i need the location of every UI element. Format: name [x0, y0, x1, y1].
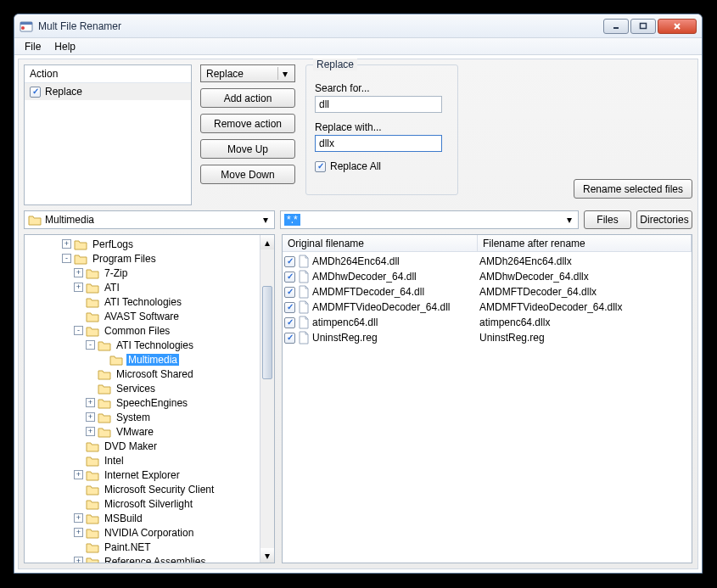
- close-button[interactable]: [658, 19, 697, 34]
- expander-icon: [74, 297, 83, 306]
- tree-item[interactable]: Multimedia: [26, 352, 274, 367]
- scroll-up-icon[interactable]: ▴: [260, 235, 274, 249]
- replace-with-label: Replace with...: [315, 121, 449, 133]
- files-button[interactable]: Files: [584, 210, 631, 229]
- action-type-combo[interactable]: Replace ▾: [200, 64, 295, 82]
- expander-icon[interactable]: +: [74, 283, 83, 292]
- menu-file[interactable]: File: [18, 39, 48, 54]
- file-row[interactable]: AMDMFTDecoder_64.dllAMDMFTDecoder_64.dll…: [284, 284, 690, 300]
- file-checkbox[interactable]: [284, 333, 295, 344]
- file-row[interactable]: AMDhwDecoder_64.dllAMDhwDecoder_64.dllx: [284, 269, 690, 284]
- expander-icon[interactable]: +: [74, 513, 83, 523]
- tree-path-combo[interactable]: Multimedia ▾: [24, 210, 275, 229]
- tree-item[interactable]: -Common Files: [26, 323, 274, 338]
- tree-item[interactable]: +PerfLogs: [26, 237, 274, 251]
- folder-icon: [86, 541, 99, 553]
- tree-label: MSBuild: [103, 512, 144, 524]
- expander-icon[interactable]: +: [74, 470, 83, 479]
- minimize-button[interactable]: [603, 19, 629, 34]
- tree-item[interactable]: AVAST Software: [26, 309, 274, 323]
- file-checkbox[interactable]: [284, 287, 295, 298]
- folder-icon: [98, 383, 111, 395]
- move-down-button[interactable]: Move Down: [200, 165, 295, 184]
- file-checkbox[interactable]: [284, 302, 295, 313]
- original-filename: AMDMFTVideoDecoder_64.dll: [312, 301, 451, 313]
- file-checkbox[interactable]: [284, 272, 295, 283]
- actions-header: Action: [25, 65, 191, 83]
- chevron-down-icon: ▾: [277, 67, 292, 80]
- tree-item[interactable]: -Program Files: [26, 251, 274, 266]
- action-checkbox[interactable]: [30, 87, 41, 98]
- replace-with-input[interactable]: dllx: [315, 135, 442, 152]
- tree-item[interactable]: Intel: [26, 453, 274, 468]
- file-checkbox[interactable]: [284, 256, 295, 267]
- search-for-input[interactable]: dll: [315, 96, 442, 113]
- expander-icon[interactable]: -: [74, 326, 83, 335]
- file-icon: [298, 300, 310, 314]
- folder-icon: [86, 455, 99, 467]
- tree-item[interactable]: -ATI Technologies: [26, 338, 274, 352]
- window-title: Mult File Renamer: [38, 20, 603, 32]
- expander-icon[interactable]: +: [74, 557, 83, 563]
- file-checkbox[interactable]: [284, 317, 295, 328]
- file-row[interactable]: AMDMFTVideoDecoder_64.dllAMDMFTVideoDeco…: [284, 300, 690, 315]
- add-action-button[interactable]: Add action: [200, 88, 295, 108]
- tree-item[interactable]: Microsoft Shared: [26, 367, 274, 381]
- menu-help[interactable]: Help: [48, 39, 82, 54]
- maximize-button[interactable]: [630, 19, 656, 34]
- file-row[interactable]: UninstReg.regUninstReg.reg: [284, 330, 690, 345]
- scroll-down-icon[interactable]: ▾: [260, 548, 274, 563]
- tree-label: ATI Technologies: [115, 339, 195, 351]
- tree-item[interactable]: Microsoft Silverlight: [26, 496, 274, 511]
- tree-item[interactable]: +System: [26, 410, 274, 424]
- folder-icon: [74, 238, 87, 250]
- expander-icon[interactable]: +: [74, 528, 83, 537]
- filter-combo[interactable]: *.* ▾: [280, 210, 579, 229]
- tree-item[interactable]: Paint.NET: [26, 540, 274, 554]
- tree-item[interactable]: Microsoft Security Client: [26, 482, 274, 496]
- tree-label: 7-Zip: [103, 267, 129, 279]
- action-row-replace[interactable]: Replace: [25, 83, 191, 100]
- tree-item[interactable]: Services: [26, 381, 274, 395]
- rename-selected-button[interactable]: Rename selected files: [574, 179, 692, 199]
- tree-item[interactable]: +7-Zip: [26, 266, 274, 280]
- expander-icon[interactable]: -: [62, 254, 71, 263]
- col-original[interactable]: Original filename: [283, 235, 478, 251]
- scroll-thumb[interactable]: [262, 286, 272, 379]
- expander-icon[interactable]: +: [86, 398, 95, 407]
- expander-icon: [86, 384, 95, 393]
- file-list-header: Original filename Filename after rename: [283, 235, 692, 252]
- folder-tree[interactable]: +PerfLogs-Program Files+7-Zip+ATIATI Tec…: [24, 234, 275, 563]
- tree-item[interactable]: ATI Technologies: [26, 294, 274, 309]
- directories-button[interactable]: Directories: [636, 210, 692, 229]
- tree-item[interactable]: +Reference Assemblies: [26, 554, 274, 563]
- col-renamed[interactable]: Filename after rename: [478, 235, 692, 251]
- file-row[interactable]: AMDh264Enc64.dllAMDh264Enc64.dllx: [284, 254, 690, 269]
- titlebar[interactable]: Mult File Renamer: [14, 14, 702, 38]
- svg-rect-1: [20, 22, 32, 25]
- tree-item[interactable]: DVD Maker: [26, 439, 274, 453]
- move-up-button[interactable]: Move Up: [200, 139, 295, 159]
- tree-item[interactable]: +Internet Explorer: [26, 468, 274, 482]
- original-filename: AMDhwDecoder_64.dll: [312, 271, 417, 283]
- expander-icon[interactable]: +: [74, 268, 83, 277]
- chevron-down-icon: ▾: [258, 214, 272, 226]
- tree-item[interactable]: +MSBuild: [26, 511, 274, 525]
- expander-icon[interactable]: +: [86, 412, 95, 422]
- tree-label: System: [115, 412, 152, 423]
- file-icon: [298, 316, 310, 329]
- replace-all-checkbox[interactable]: [315, 161, 326, 172]
- file-icon: [298, 255, 310, 268]
- tree-item[interactable]: +ATI: [26, 280, 274, 294]
- remove-action-button[interactable]: Remove action: [200, 114, 295, 133]
- file-row[interactable]: atimpenc64.dllatimpenc64.dllx: [284, 315, 690, 330]
- expander-icon[interactable]: +: [86, 427, 95, 436]
- tree-label: Common Files: [103, 325, 171, 337]
- folder-icon: [86, 440, 99, 452]
- expander-icon[interactable]: -: [86, 340, 95, 350]
- expander-icon[interactable]: +: [62, 239, 71, 249]
- tree-item[interactable]: +NVIDIA Corporation: [26, 525, 274, 540]
- tree-scrollbar[interactable]: ▴ ▾: [260, 235, 274, 563]
- tree-item[interactable]: +VMware: [26, 424, 274, 439]
- tree-item[interactable]: +SpeechEngines: [26, 395, 274, 410]
